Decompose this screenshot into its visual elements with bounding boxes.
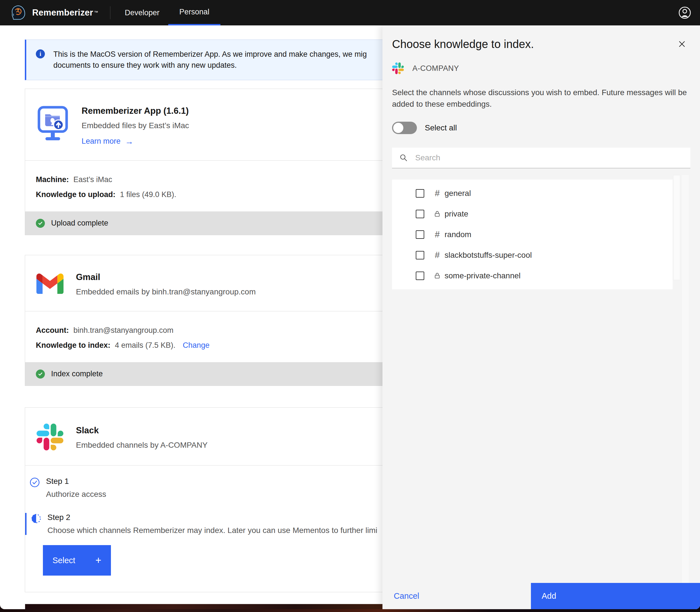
brand-title: Rememberizer™ — [32, 8, 98, 18]
slack-card-text: Slack Embedded channels by A-COMPANY — [76, 424, 208, 450]
checkbox[interactable] — [416, 251, 424, 260]
tab-personal[interactable]: Personal — [168, 0, 221, 25]
select-all-toggle[interactable] — [392, 122, 417, 134]
change-link[interactable]: Change — [183, 341, 210, 350]
knowledge-index-value: 4 emails (7.5 KB). — [115, 341, 176, 350]
gmail-card-subtitle: Embedded emails by binh.tran@stanyangrou… — [76, 287, 256, 296]
channel-row-general[interactable]: # general — [392, 183, 673, 204]
tab-personal-label: Personal — [179, 8, 209, 16]
channel-row-some-private[interactable]: # some-private-channel — [392, 265, 673, 286]
knowledge-upload-value: 1 files (49.0 KB). — [120, 190, 177, 199]
app-window: Rememberizer™ Developer Personal i This … — [0, 0, 700, 609]
channel-name: random — [445, 230, 471, 239]
gmail-card-text: Gmail Embedded emails by binh.tran@stany… — [76, 271, 256, 296]
workspace-row: A-COMPANY — [392, 62, 690, 74]
step-complete-icon — [30, 477, 40, 487]
channel-name: some-private-channel — [445, 271, 520, 280]
checkbox[interactable] — [416, 230, 424, 239]
channel-searchbar — [392, 148, 690, 168]
app-card-title: Rememberizer App (1.6.1) — [82, 106, 189, 116]
plus-icon: + — [95, 554, 101, 566]
app-card-text: Rememberizer App (1.6.1) Embedded files … — [82, 105, 189, 146]
cancel-button[interactable]: Cancel — [392, 591, 421, 601]
nav-tabs: Developer Personal — [116, 0, 221, 25]
slack-workspace-icon — [392, 62, 404, 74]
channel-name: private — [445, 209, 468, 219]
slack-icon — [37, 423, 64, 450]
banner-line-1: This is the MacOS version of Rememberize… — [53, 49, 367, 60]
slack-card-subtitle: Embedded channels by A-COMPANY — [76, 441, 208, 450]
top-navbar: Rememberizer™ Developer Personal — [0, 0, 700, 25]
panel-title: Choose knowledge to index. — [392, 25, 690, 51]
user-avatar-icon — [678, 6, 691, 19]
account-menu-button[interactable] — [678, 6, 691, 19]
gmail-card-title: Gmail — [76, 272, 256, 282]
step-2-label: Step 2 — [47, 513, 377, 522]
channel-row-random[interactable]: # random — [392, 224, 673, 245]
step-1-text: Step 1 Authorize access — [46, 477, 106, 499]
rememberizer-app-icon — [37, 105, 69, 140]
step-2-desc: Choose which channels Rememberizer may i… — [47, 526, 377, 535]
add-button-label: Add — [542, 592, 556, 601]
knowledge-index-label: Knowledge to index: — [36, 341, 110, 350]
machine-label: Machine: — [36, 175, 69, 184]
slack-card-title: Slack — [76, 426, 208, 435]
workspace-name: A-COMPANY — [412, 64, 459, 73]
channel-list: # general # private # random # slackbot — [392, 180, 673, 289]
step-1-desc: Authorize access — [46, 490, 106, 499]
select-channels-button[interactable]: Select + — [43, 545, 111, 575]
checkbox[interactable] — [416, 272, 424, 280]
channel-row-private[interactable]: # private — [392, 204, 673, 224]
arrow-right-icon: → — [125, 137, 134, 146]
channel-name: slackbotstuffs-super-cool — [445, 251, 532, 260]
close-icon — [677, 39, 686, 49]
tab-developer-label: Developer — [125, 9, 159, 17]
step-current-icon — [31, 514, 41, 524]
checkbox[interactable] — [416, 210, 424, 218]
hash-icon: # — [432, 188, 442, 198]
panel-description: Select the channels whose discussions yo… — [392, 87, 690, 110]
info-icon: i — [36, 50, 45, 58]
learn-more-label: Learn more — [82, 137, 121, 146]
gmail-icon — [37, 274, 64, 294]
checkbox[interactable] — [416, 189, 424, 198]
select-button-label: Select — [53, 556, 75, 565]
lock-icon — [432, 210, 442, 218]
trademark: ™ — [94, 10, 98, 15]
step-1-label: Step 1 — [46, 477, 106, 486]
hash-icon: # — [432, 230, 442, 240]
hash-icon: # — [432, 250, 442, 260]
check-circle-icon — [36, 219, 45, 228]
learn-more-link[interactable]: Learn more → — [82, 137, 189, 146]
choose-knowledge-panel: Choose knowledge to index. A-COMPANY Sel… — [382, 25, 700, 609]
lock-icon — [432, 272, 442, 279]
close-panel-button[interactable] — [676, 38, 688, 50]
select-all-row: Select all — [392, 122, 690, 134]
search-input[interactable] — [415, 153, 690, 163]
machine-value: East’s iMac — [73, 175, 112, 184]
nav-divider — [110, 6, 110, 19]
search-icon — [400, 154, 408, 162]
knowledge-upload-label: Knowledge to upload: — [36, 190, 115, 199]
step-2-text: Step 2 Choose which channels Rememberize… — [47, 513, 377, 535]
toggle-knob — [393, 123, 403, 133]
banner-text: This is the MacOS version of Rememberize… — [53, 49, 367, 71]
tab-developer[interactable]: Developer — [116, 0, 168, 25]
channel-row-slackbotstuffs[interactable]: # slackbotstuffs-super-cool — [392, 245, 673, 265]
rememberizer-logo-icon — [10, 4, 27, 21]
panel-scrollbar-track[interactable] — [682, 175, 689, 584]
channel-name: general — [445, 189, 471, 198]
brand-name: Rememberizer — [32, 8, 93, 17]
account-label: Account: — [36, 326, 69, 335]
select-all-label: Select all — [425, 123, 457, 133]
check-circle-icon — [36, 370, 45, 378]
account-value: binh.tran@stanyangroup.com — [73, 326, 173, 335]
index-status-text: Index complete — [51, 370, 103, 378]
add-button[interactable]: Add — [531, 583, 700, 609]
brand: Rememberizer™ — [0, 4, 98, 21]
list-scrollbar-track[interactable] — [673, 175, 680, 280]
upload-status-text: Upload complete — [51, 219, 108, 227]
app-card-subtitle: Embedded files by East’s iMac — [82, 121, 189, 130]
banner-line-2: documents to ensure they work with any n… — [53, 60, 367, 71]
